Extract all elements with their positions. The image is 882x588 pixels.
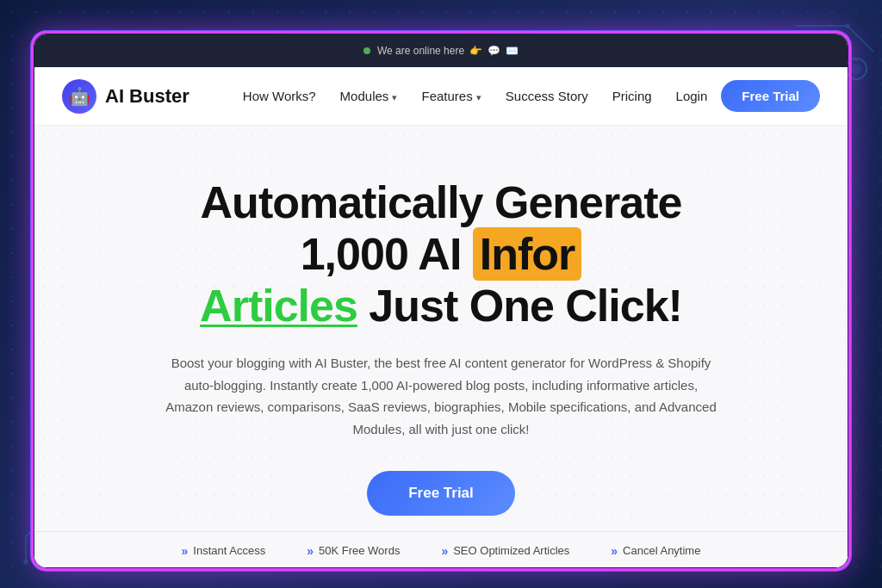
hero-section: Automatically Generate 1,000 AI Infor Ar… [34, 126, 848, 569]
pointing-finger-icon: 👉 [469, 45, 482, 57]
hero-title-line2-prefix: 1,000 AI [301, 229, 473, 279]
feature-item-0: » Instant Access [182, 544, 266, 558]
online-label: We are online here [377, 45, 464, 57]
feature-item-2: » SEO Optimized Articles [441, 544, 569, 558]
logo-area: 🤖 AI Buster [62, 79, 189, 114]
feature-label-1: 50K Free Words [319, 544, 400, 557]
nav-item-modules[interactable]: Modules ▾ [340, 89, 398, 103]
svg-point-0 [845, 23, 850, 28]
feature-arrow-icon-3: » [611, 544, 618, 558]
topbar-text: We are online here 👉 💬 ✉️ [377, 45, 519, 57]
feature-strip: » Instant Access » 50K Free Words » SEO … [34, 531, 848, 569]
nav-item-features[interactable]: Features ▾ [421, 89, 481, 103]
navbar: 🤖 AI Buster How Works? Modules ▾ Feature… [34, 67, 848, 126]
hero-title-line3-suffix: Just One Click! [357, 281, 682, 331]
feature-label-2: SEO Optimized Articles [453, 544, 569, 557]
nav-links: How Works? Modules ▾ Features ▾ Success … [243, 89, 652, 103]
feature-label-3: Cancel Anytime [623, 544, 700, 557]
svg-line-3 [848, 26, 873, 52]
nav-login[interactable]: Login [676, 89, 708, 103]
logo-robot-icon: 🤖 [69, 86, 90, 107]
hero-subtitle: Boost your blogging with AI Buster, the … [165, 352, 717, 440]
feature-label-0: Instant Access [193, 544, 265, 557]
svg-point-8 [23, 560, 28, 565]
feature-item-1: » 50K Free Words [307, 544, 400, 558]
logo-text: AI Buster [105, 85, 189, 108]
feature-arrow-icon-2: » [441, 544, 448, 558]
nav-features-label: Features [421, 89, 472, 103]
hero-title-line1: Automatically Generate [201, 177, 682, 227]
hero-title-highlight-yellow: Infor [473, 227, 582, 281]
logo-icon: 🤖 [62, 79, 96, 114]
nav-item-pricing[interactable]: Pricing [612, 89, 652, 103]
svg-point-1 [829, 24, 832, 28]
browser-topbar: We are online here 👉 💬 ✉️ [34, 34, 848, 67]
email-icon: ✉️ [506, 45, 519, 57]
features-arrow-icon: ▾ [476, 92, 481, 102]
feature-arrow-icon-0: » [182, 544, 189, 558]
svg-point-5 [851, 64, 861, 74]
whatsapp-icon: 💬 [488, 45, 500, 57]
feature-item-3: » Cancel Anytime [611, 544, 700, 558]
nav-item-how-works[interactable]: How Works? [243, 89, 316, 103]
modules-arrow-icon: ▾ [392, 92, 397, 102]
online-status-dot [363, 47, 370, 54]
nav-modules-label: Modules [340, 89, 389, 103]
nav-item-success-story[interactable]: Success Story [506, 89, 588, 103]
hero-title: Automatically Generate 1,000 AI Infor Ar… [69, 177, 813, 331]
feature-arrow-icon-1: » [307, 544, 314, 558]
browser-window: We are online here 👉 💬 ✉️ 🤖 AI Buster Ho… [33, 33, 849, 569]
hero-free-trial-button[interactable]: Free Trial [367, 471, 515, 516]
nav-free-trial-button[interactable]: Free Trial [721, 80, 820, 112]
hero-title-green: Articles [200, 281, 357, 331]
